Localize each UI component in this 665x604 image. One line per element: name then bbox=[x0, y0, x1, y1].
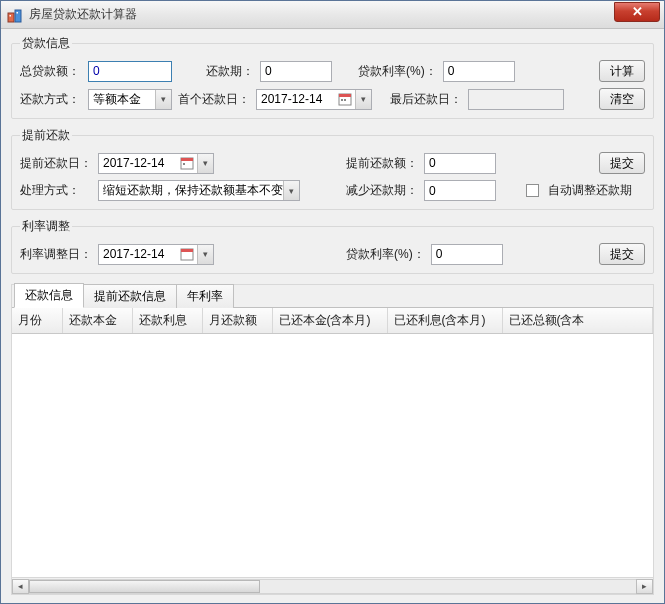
prepay-amount-label: 提前还款额： bbox=[346, 155, 418, 172]
calendar-icon bbox=[338, 92, 352, 106]
svg-rect-12 bbox=[181, 249, 193, 252]
prepay-date-picker[interactable]: 2017-12-14 ▾ bbox=[98, 153, 214, 174]
chevron-down-icon: ▾ bbox=[197, 245, 213, 264]
col-principal[interactable]: 还款本金 bbox=[62, 308, 132, 334]
total-loan-input[interactable] bbox=[88, 61, 172, 82]
chevron-down-icon: ▾ bbox=[355, 90, 371, 109]
scroll-left-button[interactable]: ◂ bbox=[12, 579, 29, 594]
svg-rect-3 bbox=[17, 12, 19, 14]
results-panel: 还款信息 提前还款信息 年利率 月份 还款本金 还款利息 月还款额 bbox=[11, 284, 654, 595]
reduce-periods-label: 减少还款期： bbox=[346, 182, 418, 199]
col-paid-interest[interactable]: 已还利息(含本月) bbox=[387, 308, 502, 334]
loan-info-legend: 贷款信息 bbox=[20, 35, 72, 52]
repay-method-value: 等额本金 bbox=[93, 91, 141, 108]
svg-rect-1 bbox=[15, 10, 21, 22]
col-paid-total[interactable]: 已还总额(含本 bbox=[502, 308, 653, 334]
tabstrip: 还款信息 提前还款信息 年利率 bbox=[12, 285, 653, 308]
handle-method-value: 缩短还款期，保持还款额基本不变 bbox=[103, 182, 283, 199]
total-loan-label: 总贷款额： bbox=[20, 63, 82, 80]
svg-rect-6 bbox=[341, 99, 343, 101]
first-date-picker[interactable]: 2017-12-14 ▾ bbox=[256, 89, 372, 110]
app-icon bbox=[7, 7, 23, 23]
app-window: 房屋贷款还款计算器 ✕ 贷款信息 总贷款额： 还款期： 贷款利率(%)： 计算 … bbox=[0, 0, 665, 604]
reduce-periods-input[interactable] bbox=[424, 180, 496, 201]
loan-rate-input[interactable] bbox=[443, 61, 515, 82]
tab-prepay-info[interactable]: 提前还款信息 bbox=[83, 284, 177, 308]
table-header-row: 月份 还款本金 还款利息 月还款额 已还本金(含本月) 已还利息(含本月) 已还… bbox=[12, 308, 653, 334]
rateadj-rate-input[interactable] bbox=[431, 244, 503, 265]
rateadj-date-label: 利率调整日： bbox=[20, 246, 92, 263]
calendar-icon bbox=[180, 247, 194, 261]
prepay-date-label: 提前还款日： bbox=[20, 155, 92, 172]
svg-rect-9 bbox=[181, 158, 193, 161]
first-date-label: 首个还款日： bbox=[178, 91, 250, 108]
rateadj-date-picker[interactable]: 2017-12-14 ▾ bbox=[98, 244, 214, 265]
chevron-down-icon: ▾ bbox=[155, 90, 171, 109]
rateadj-submit-button[interactable]: 提交 bbox=[599, 243, 645, 265]
rateadj-rate-label: 贷款利率(%)： bbox=[346, 246, 425, 263]
scroll-right-button[interactable]: ▸ bbox=[636, 579, 653, 594]
svg-rect-0 bbox=[8, 13, 14, 22]
periods-label: 还款期： bbox=[206, 63, 254, 80]
scroll-track[interactable] bbox=[29, 579, 636, 594]
prepay-amount-input[interactable] bbox=[424, 153, 496, 174]
horizontal-scrollbar[interactable]: ◂ ▸ bbox=[12, 577, 653, 594]
loan-info-group: 贷款信息 总贷款额： 还款期： 贷款利率(%)： 计算 还款方式： 等额本金 ▾ bbox=[11, 35, 654, 119]
loan-rate-label: 贷款利率(%)： bbox=[358, 63, 437, 80]
result-grid[interactable]: 月份 还款本金 还款利息 月还款额 已还本金(含本月) 已还利息(含本月) 已还… bbox=[12, 308, 653, 577]
chevron-down-icon: ▾ bbox=[283, 181, 299, 200]
prepay-date-value: 2017-12-14 bbox=[103, 156, 177, 170]
col-interest[interactable]: 还款利息 bbox=[132, 308, 202, 334]
auto-adjust-label: 自动调整还款期 bbox=[548, 182, 632, 199]
calendar-icon bbox=[180, 156, 194, 170]
prepay-submit-button[interactable]: 提交 bbox=[599, 152, 645, 174]
handle-method-combo[interactable]: 缩短还款期，保持还款额基本不变 ▾ bbox=[98, 180, 300, 201]
tab-annual-rate[interactable]: 年利率 bbox=[176, 284, 234, 308]
chevron-down-icon: ▾ bbox=[197, 154, 213, 173]
handle-method-label: 处理方式： bbox=[20, 182, 92, 199]
last-date-output bbox=[468, 89, 564, 110]
periods-input[interactable] bbox=[260, 61, 332, 82]
prepay-legend: 提前还款 bbox=[20, 127, 72, 144]
titlebar[interactable]: 房屋贷款还款计算器 ✕ bbox=[1, 1, 664, 29]
repay-method-label: 还款方式： bbox=[20, 91, 82, 108]
first-date-value: 2017-12-14 bbox=[261, 92, 335, 106]
svg-rect-7 bbox=[344, 99, 346, 101]
auto-adjust-checkbox[interactable] bbox=[526, 184, 539, 197]
window-title: 房屋贷款还款计算器 bbox=[29, 6, 137, 23]
client-area: 贷款信息 总贷款额： 还款期： 贷款利率(%)： 计算 还款方式： 等额本金 ▾ bbox=[1, 29, 664, 603]
col-monthly[interactable]: 月还款额 bbox=[202, 308, 272, 334]
repay-method-combo[interactable]: 等额本金 ▾ bbox=[88, 89, 172, 110]
rate-adjust-legend: 利率调整 bbox=[20, 218, 72, 235]
col-month[interactable]: 月份 bbox=[12, 308, 62, 334]
clear-button[interactable]: 清空 bbox=[599, 88, 645, 110]
col-paid-principal[interactable]: 已还本金(含本月) bbox=[272, 308, 387, 334]
prepay-group: 提前还款 提前还款日： 2017-12-14 ▾ 提前还款额： 提交 处理方式： bbox=[11, 127, 654, 210]
close-button[interactable]: ✕ bbox=[614, 2, 660, 22]
rateadj-date-value: 2017-12-14 bbox=[103, 247, 177, 261]
calculate-button[interactable]: 计算 bbox=[599, 60, 645, 82]
svg-rect-10 bbox=[183, 163, 185, 165]
scroll-thumb[interactable] bbox=[29, 580, 260, 593]
rate-adjust-group: 利率调整 利率调整日： 2017-12-14 ▾ 贷款利率(%)： 提交 bbox=[11, 218, 654, 274]
svg-rect-5 bbox=[339, 94, 351, 97]
tab-repay-info[interactable]: 还款信息 bbox=[14, 283, 84, 308]
last-date-label: 最后还款日： bbox=[390, 91, 462, 108]
svg-rect-2 bbox=[10, 15, 12, 17]
